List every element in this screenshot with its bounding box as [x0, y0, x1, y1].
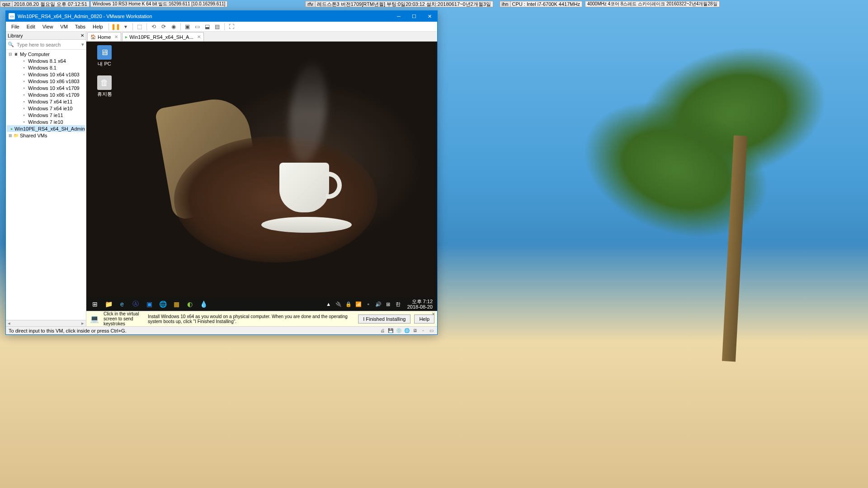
tree-vm-item[interactable]: ▫Windows 10 x86 v1803 [7, 78, 85, 84]
vm-running-icon: ▸ [125, 34, 127, 39]
vm-tabbar: 🏠Home✕ ▸Win10PE_RS4_x64_SH_A...✕ [86, 32, 437, 42]
tray-volume-icon[interactable]: 🔊 [375, 300, 382, 308]
tree-vm-item[interactable]: ▫Windows 10 x64 v1709 [7, 84, 85, 91]
tree-vm-item[interactable]: ▫Windows 8.1 x64 [7, 57, 85, 64]
tray-icon[interactable]: ▲ [325, 300, 332, 308]
tab-home[interactable]: 🏠Home✕ [87, 32, 121, 41]
library-tree: ⊟🖥My Computer ▫Windows 8.1 x64 ▫Windows … [6, 50, 86, 320]
status-device-icon[interactable]: ▭ [428, 328, 434, 334]
guest-taskbar: ⊞ 📁 e Ⓐ ▣ 🌐 ▦ ◐ 💧 ▲ 🔌 🔒 📶 ▫ [86, 297, 437, 311]
tray-ime-icon[interactable]: 한 [395, 300, 402, 308]
tree-vm-item[interactable]: ▫Windows 7 x64 ie11 [7, 98, 85, 105]
monitor-os: Windows 10 RS3 Home K 64 bit 빌드:16299.61… [90, 1, 228, 7]
tree-vm-item[interactable]: ▫Windows 10 x86 v1709 [7, 91, 85, 98]
statusbar: To direct input to this VM, click inside… [6, 326, 437, 334]
search-icon: 🔍 [8, 42, 14, 47]
status-device-icon[interactable]: 🖨 [379, 328, 386, 334]
tray-icon[interactable]: ⊞ [385, 300, 392, 308]
guest-desktop-mypc[interactable]: 🖥내 PC [91, 45, 118, 67]
maximize-button[interactable]: ☐ [406, 11, 422, 22]
library-search: 🔍 ▾ [6, 40, 86, 50]
recycle-icon: 🗑 [97, 75, 112, 90]
tree-vm-item[interactable]: ▫Windows 10 x64 v1803 [7, 71, 85, 78]
thumbnail-button[interactable]: ▤ [213, 22, 222, 31]
unity-button[interactable]: ⬓ [203, 22, 212, 31]
status-device-icon[interactable]: 🌐 [404, 328, 410, 334]
status-device-icon[interactable]: 💾 [387, 328, 394, 334]
guest-chrome-button[interactable]: 🌐 [156, 298, 170, 310]
search-input[interactable] [16, 41, 81, 48]
library-close-button[interactable]: ✕ [80, 33, 84, 38]
guest-desktop-recycle[interactable]: 🗑휴지통 [91, 75, 118, 98]
menu-vm[interactable]: VM [57, 23, 71, 30]
guest-explorer-button[interactable]: 📁 [102, 298, 115, 310]
snapshot-revert-button[interactable]: ⟳ [159, 22, 168, 31]
search-dropdown[interactable]: ▾ [81, 42, 84, 47]
vm-screen[interactable]: 🖥내 PC 🗑휴지통 ⊞ 📁 e Ⓐ ▣ 🌐 ▦ ◐ 💧 ▲ [86, 42, 437, 311]
power-dropdown[interactable]: ▾ [121, 22, 130, 31]
tab-vm[interactable]: ▸Win10PE_RS4_x64_SH_A...✕ [122, 32, 203, 41]
tree-my-computer[interactable]: ⊟🖥My Computer [7, 51, 85, 57]
monitor-cpu: ihnCPU : Intel i7-6700K 4417MHz [500, 1, 582, 7]
titlebar[interactable]: ▭ Win10PE_RS4_x64_SH_Admin_0820 - VMware… [6, 11, 437, 22]
status-device-icon[interactable]: 🖥 [412, 328, 418, 334]
snapshot-button[interactable]: ⟲ [149, 22, 158, 31]
guest-start-button[interactable]: ⊞ [88, 298, 102, 310]
library-header: Library ✕ [6, 32, 86, 40]
window-title: Win10PE_RS4_x64_SH_Admin_0820 - VMware W… [18, 14, 391, 19]
tree-vm-item[interactable]: ▫Windows 7 x64 ie10 [7, 105, 85, 112]
menu-tabs[interactable]: Tabs [71, 23, 89, 30]
status-text: To direct input to this VM, click inside… [9, 328, 127, 333]
fit-guest-button[interactable]: ▣ [183, 22, 192, 31]
info-icon: 💻 [89, 314, 100, 324]
tree-vm-item[interactable]: ▫Windows 7 ie10 [7, 118, 85, 125]
menu-edit[interactable]: Edit [23, 23, 39, 30]
guest-ie-button[interactable]: e [115, 298, 129, 310]
monitor-build: rfv레드스톤3 버전1709[RTM년월] 부팅:0일20:03:12 설치:… [305, 1, 493, 7]
tab-close[interactable]: ✕ [197, 34, 201, 39]
hint-close-button[interactable]: ✕ [431, 312, 436, 317]
snapshot-manager-button[interactable]: ◉ [169, 22, 178, 31]
menu-file[interactable]: File [8, 23, 23, 30]
hint-message: Install Windows 10 x64 as you would on a… [148, 314, 354, 324]
menu-help[interactable]: Help [89, 23, 107, 30]
tray-icon[interactable]: 🔒 [345, 300, 352, 308]
pause-button[interactable]: ❚❚ [111, 22, 120, 31]
fullscreen-button[interactable]: ⛶ [227, 22, 236, 31]
library-scrollbar[interactable]: ◂▸ [6, 320, 86, 326]
menu-view[interactable]: View [39, 23, 57, 30]
menubar: File Edit View VM Tabs Help ❚❚ ▾ ⬚ ⟲ ⟳ ◉… [6, 22, 437, 32]
tree-vm-item[interactable]: ▫Windows 7 ie11 [7, 112, 85, 118]
console-view-button[interactable]: ▭ [193, 22, 202, 31]
tab-close[interactable]: ✕ [114, 34, 118, 39]
guest-app-button[interactable]: 💧 [197, 298, 210, 310]
send-ctrl-alt-del-button[interactable]: ⬚ [135, 22, 144, 31]
home-icon: 🏠 [90, 34, 96, 39]
pc-icon: 🖥 [97, 45, 112, 60]
host-monitor-bar: qaz2018.08.20 월요일 오후 07:12:51 Windows 10… [0, 1, 868, 7]
minimize-button[interactable]: ─ [391, 11, 406, 22]
close-button[interactable]: ✕ [422, 11, 437, 22]
vmware-workstation-window: ▭ Win10PE_RS4_x64_SH_Admin_0820 - VMware… [5, 10, 438, 335]
tray-icon[interactable]: 🔌 [335, 300, 342, 308]
status-device-icon[interactable]: ▫ [420, 328, 426, 334]
library-panel: Library ✕ 🔍 ▾ ⊟🖥My Computer ▫Windows 8.1… [6, 32, 86, 326]
tree-shared-vms[interactable]: ⊞📁Shared VMs [7, 132, 85, 139]
finished-installing-button[interactable]: I Finished Installing [358, 314, 410, 324]
guest-app-button[interactable]: ◐ [183, 298, 197, 310]
monitor-datetime: qaz2018.08.20 월요일 오후 07:12:51 [0, 1, 90, 7]
guest-clock[interactable]: 오후 7:122018-08-20 [405, 299, 435, 310]
monitor-cpu-detail: 4000MHz 4코어 8스레드 스카이레이크 20160322~2년4개월28… [585, 1, 720, 7]
tree-vm-item-active[interactable]: ▸Win10PE_RS4_x64_SH_Admin [7, 125, 85, 132]
hint-text: Click in the virtual screen to send keys… [104, 311, 144, 326]
guest-app-button[interactable]: Ⓐ [129, 298, 142, 310]
vmware-icon: ▭ [9, 13, 15, 19]
guest-app-button[interactable]: ▣ [142, 298, 156, 310]
guest-app-button[interactable]: ▦ [170, 298, 183, 310]
install-hint-bar: ✕ 💻 Click in the virtual screen to send … [86, 311, 437, 326]
status-device-icon[interactable]: 💿 [396, 328, 402, 334]
tray-network-icon[interactable]: 📶 [355, 300, 362, 308]
tree-vm-item[interactable]: ▫Windows 8.1 [7, 64, 85, 71]
tray-icon[interactable]: ▫ [365, 300, 372, 308]
